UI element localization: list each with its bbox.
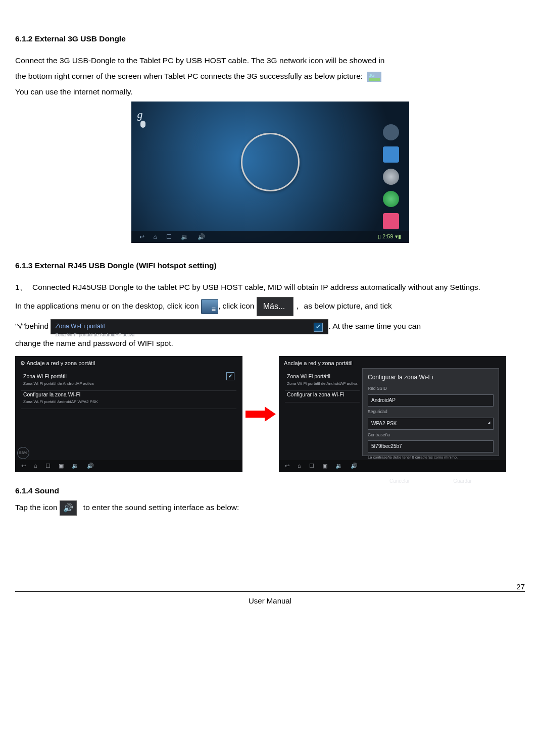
field-password: 5f79fbec25b7 (368, 440, 494, 452)
status-right: ⠀⠀⠀ (226, 463, 236, 470)
instruction-line-change: change the name and password of WIFI spo… (15, 337, 525, 350)
text-frag: , click icon (218, 301, 255, 310)
wifi-battery-icon: ▾▮ (395, 233, 401, 239)
field-security: WPA2 PSK (368, 418, 494, 430)
home-icon: ⌂ (154, 232, 157, 242)
label-password: Contraseña (368, 432, 494, 439)
home-icon: ⌂ (298, 462, 301, 471)
mic-icon (140, 121, 145, 128)
text-frag: "√"behind (15, 322, 48, 330)
list-item-1-text: Connected RJ45USB Dongle to the tablet P… (32, 283, 480, 291)
p-3g-line1: Connect the 3G USB-Dongle to the Tablet … (15, 55, 525, 67)
row-subtitle: Zona Wi-Fi portátil AndroidAP WPA2 PSK (23, 399, 234, 406)
strip-subtitle: Zona Wi-Fi portátil de AndroidAP activa (55, 331, 324, 338)
screenshot-icon: ▣ (59, 462, 64, 471)
instruction-line-icons: In the applications menu or on the deskt… (15, 297, 525, 316)
figure-hotspot-settings-list: ⚙ Anclaje a red y zona portátil ✔ Zona W… (15, 356, 242, 472)
row-title: Configurar la zona Wi-Fi (23, 390, 234, 399)
page-number: 27 (516, 581, 525, 593)
screen-title-text: Anclaje a red y zona portátil (284, 360, 353, 366)
field-ssid: AndroidAP (368, 394, 494, 407)
vol-down-icon: 🔉 (72, 462, 79, 471)
recent-icon: ☐ (166, 232, 172, 242)
back-icon: ↩ (285, 462, 289, 471)
dock-item (383, 124, 399, 140)
vol-up-icon: 🔊 (198, 232, 205, 242)
text-frag: Tap the icon (15, 503, 58, 512)
home-icon: ⌂ (34, 462, 37, 471)
back-icon: ↩ (139, 232, 144, 242)
wifi-zone-strip-figure: Zona Wi-Fi portátil Zona Wi-Fi portátil … (51, 319, 328, 334)
dialog-title: Configurar la zona Wi-Fi (368, 373, 494, 382)
row-subtitle: Zona Wi-Fi portátil de AndroidAP activa (287, 381, 358, 387)
checkbox-checked-icon: ✔ (226, 372, 234, 380)
screenshot-icon: ▣ (322, 462, 327, 471)
checkbox-checked-icon: ✔ (314, 323, 323, 332)
figure-hotspot-configure-dialog: Anclaje a red y zona portátil Zona Wi-Fi… (279, 356, 506, 472)
list-item-1: 1、Connected RJ45USB Dongle to the tablet… (15, 281, 525, 294)
footer-label: User Manual (249, 596, 291, 605)
p-3g-line2-wrap: the bottom right corner of the screen wh… (15, 70, 525, 83)
apps-grid-icon (383, 169, 399, 185)
settings-small-icon: ⚙ (20, 360, 25, 366)
sound-settings-icon (60, 500, 77, 516)
strip-title: Zona Wi-Fi portátil (55, 323, 105, 330)
figure-desktop-screenshot: g ↩ ⌂ ☐ 🔉 🔊 ▯ 2:59 ▾▮ (131, 102, 409, 243)
clock-text: 2:59 (382, 233, 393, 239)
text-frag: In the applications menu or on the deskt… (15, 301, 199, 310)
button-cancel: Cancelar (379, 475, 420, 487)
status-right: ⠀⠀⠀ (489, 463, 500, 470)
list-row-configure-hotspot: Configurar la zona Wi-Fi (285, 387, 360, 402)
settings-app-icon (201, 299, 218, 314)
label-ssid: Red SSID (368, 385, 494, 392)
p-sound: Tap the icon to enter the sound setting … (15, 500, 525, 516)
list-row-configure-hotspot: Configurar la zona Wi-Fi Zona Wi-Fi port… (21, 387, 236, 409)
row-title: Zona Wi-Fi portátil (287, 372, 358, 381)
list-marker: 1、 (15, 281, 32, 294)
vol-up-icon: 🔊 (351, 462, 358, 471)
figure-pair: ⚙ Anclaje a red y zona portátil ✔ Zona W… (15, 356, 525, 472)
system-navbar: ↩ ⌂ ☐ ▣ 🔉 🔊 ⠀⠀⠀ (279, 460, 506, 472)
screen-title-text: Anclaje a red y zona portátil (26, 360, 95, 366)
more-button-icon: Más... (257, 297, 294, 316)
status-right: ▯ 2:59 ▾▮ (378, 232, 401, 241)
system-navbar: ↩ ⌂ ☐ ▣ 🔉 🔊 ⠀⠀⠀ (15, 460, 242, 472)
text-frag: ， as below picture, and tick (293, 301, 391, 310)
analog-clock-widget (241, 133, 300, 191)
text-frag: to enter the sound setting interface as … (83, 503, 239, 512)
heading-6-1-2: 6.1.2 External 3G USB Dongle (15, 33, 525, 45)
instruction-line-tick: "√"behind Zona Wi-Fi portátil Zona Wi-Fi… (15, 319, 525, 334)
system-navbar: ↩ ⌂ ☐ 🔉 🔊 ▯ 2:59 ▾▮ (131, 231, 409, 243)
dock-item (383, 191, 399, 207)
dock-item (383, 213, 399, 229)
page-footer: 27 User Manual (15, 591, 525, 607)
row-title: Zona Wi-Fi portátil (23, 372, 234, 381)
p-3g-line3: You can use the internet normally. (15, 86, 525, 98)
dock-item (383, 146, 399, 163)
recent-icon: ☐ (309, 462, 314, 471)
status-3g-icon: ▯ (378, 233, 381, 239)
row-subtitle: Zona Wi-Fi portátil de AndroidAP activa (23, 381, 234, 387)
row-title: Configurar la zona Wi-Fi (287, 390, 358, 399)
right-dock (383, 124, 403, 229)
battery-badge: 58% (17, 447, 29, 459)
button-save: Guardar (443, 475, 482, 487)
vol-up-icon: 🔊 (87, 462, 94, 471)
back-icon: ↩ (21, 462, 26, 471)
recent-icon: ☐ (45, 462, 51, 471)
label-security: Seguridad (368, 409, 494, 416)
configure-wifi-dialog: Configurar la zona Wi-Fi Red SSID Androi… (362, 368, 499, 456)
vol-down-icon: 🔉 (181, 232, 188, 242)
red-arrow-icon (246, 408, 276, 421)
text-frag: . At the same time you can (328, 322, 421, 330)
vol-down-icon: 🔉 (335, 462, 342, 471)
p-3g-line2: the bottom right corner of the screen wh… (15, 72, 363, 80)
network-3g-icon (367, 72, 381, 82)
heading-6-1-3: 6.1.3 External RJ45 USB Dongle (WIFI hot… (15, 260, 525, 272)
